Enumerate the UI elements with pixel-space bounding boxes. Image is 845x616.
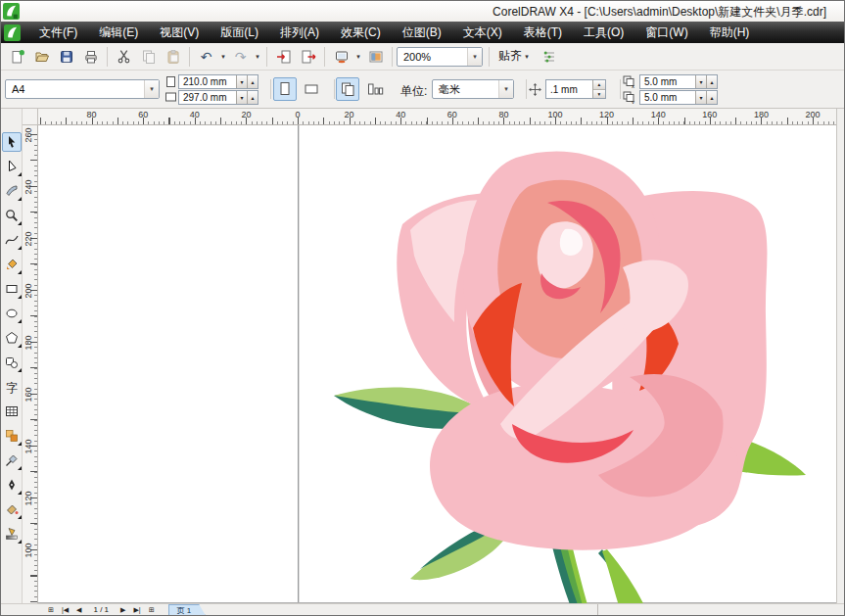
save-floppy-icon — [59, 49, 74, 65]
tool-text[interactable]: 字 — [2, 377, 22, 397]
spin-up-icon[interactable]: ▴ — [247, 75, 258, 88]
save-button[interactable] — [54, 46, 78, 68]
application-launcher-button[interactable] — [329, 46, 353, 68]
tool-rectangle[interactable] — [2, 279, 22, 299]
paper-size-combo[interactable]: A4 ▾ — [5, 79, 160, 99]
tool-pick[interactable] — [2, 132, 22, 152]
menu-item-tools[interactable]: 工具(O) — [573, 22, 634, 43]
ruler-v-label: 140 — [20, 439, 37, 454]
add-page-icon[interactable]: ⊞ — [44, 604, 58, 615]
spin-down-icon[interactable]: ▾ — [695, 91, 706, 104]
undo-dropdown[interactable]: ▾ — [218, 53, 228, 61]
paper-height-icon — [164, 91, 177, 103]
duplicate-x-field[interactable]: 5.0 mm ▾▴ — [639, 74, 718, 89]
undo-icon: ↶ — [201, 50, 212, 64]
landscape-orientation-button[interactable] — [300, 77, 323, 101]
undo-button[interactable]: ↶ — [194, 46, 218, 68]
right-sepal[interactable] — [602, 549, 647, 603]
last-page-button[interactable]: ▶| — [129, 604, 144, 615]
paper-width-field[interactable]: 210.0 mm ▾▴ — [178, 74, 258, 89]
menu-item-window[interactable]: 窗口(W) — [634, 22, 698, 43]
tool-ellipse[interactable] — [2, 304, 22, 323]
previous-page-button[interactable]: ◀ — [72, 604, 85, 615]
tool-freehand[interactable] — [2, 230, 22, 250]
tool-table[interactable] — [2, 402, 22, 421]
tool-outline[interactable] — [2, 475, 22, 495]
tool-basic-shapes[interactable] — [2, 353, 22, 372]
paper-height-field[interactable]: 297.0 mm ▾▴ — [178, 90, 258, 105]
portrait-orientation-button[interactable] — [273, 77, 297, 101]
duplicate-y-field[interactable]: 5.0 mm ▾▴ — [639, 90, 718, 105]
cut-button[interactable] — [112, 46, 136, 68]
menu-item-table[interactable]: 表格(T) — [513, 22, 573, 43]
add-page-icon[interactable]: ⊞ — [145, 604, 159, 615]
snap-to-button[interactable]: 贴齐 ▾ — [493, 46, 537, 68]
tool-fill[interactable] — [2, 499, 22, 519]
copy-button[interactable] — [136, 46, 161, 68]
print-button[interactable] — [78, 46, 103, 68]
redo-button[interactable]: ↷ — [228, 46, 253, 68]
ruler-horizontal[interactable]: 80604020020406080100120140160180200 — [38, 109, 836, 125]
ruler-v-label: 120 — [20, 491, 37, 506]
spin-down-icon[interactable]: ▾ — [593, 90, 605, 99]
spin-up-icon[interactable]: ▴ — [706, 75, 717, 88]
first-page-button[interactable]: |◀ — [58, 604, 72, 615]
welcome-screen-button[interactable] — [363, 46, 388, 68]
ruler-origin-box[interactable] — [23, 109, 38, 125]
menu-item-effects[interactable]: 效果(C) — [330, 22, 392, 43]
tool-smart-fill[interactable] — [2, 255, 22, 274]
menu-item-view[interactable]: 视图(V) — [149, 22, 210, 43]
menu-item-layout[interactable]: 版面(L) — [210, 22, 269, 43]
toolbar-separator — [107, 47, 108, 67]
current-page-button[interactable] — [363, 77, 387, 101]
tool-zoom[interactable] — [2, 206, 22, 225]
new-button[interactable] — [5, 46, 29, 68]
spin-up-icon[interactable]: ▴ — [706, 91, 717, 104]
menu-item-file[interactable]: 文件(F) — [28, 22, 88, 43]
ruler-h-label: 20 — [241, 110, 251, 119]
ruler-vertical[interactable]: 260240220200180160140120100 — [23, 125, 38, 603]
paste-button[interactable] — [161, 46, 185, 68]
spin-down-icon[interactable]: ▾ — [695, 75, 706, 88]
menu-item-edit[interactable]: 编辑(E) — [88, 22, 149, 43]
spin-down-icon[interactable]: ▾ — [236, 91, 247, 104]
title-bar: CorelDRAW X4 - [C:\Users\admin\Desktop\新… — [1, 1, 844, 22]
menu-item-text[interactable]: 文本(X) — [452, 22, 513, 43]
print-icon — [83, 49, 99, 65]
menu-item-bitmaps[interactable]: 位图(B) — [392, 22, 452, 43]
launcher-dropdown[interactable]: ▾ — [353, 53, 363, 61]
zoom-level-combo[interactable]: 200% ▾ — [397, 47, 483, 67]
menu-item-arrange[interactable]: 排列(A) — [269, 22, 330, 43]
document-app-icon[interactable] — [4, 24, 21, 41]
tool-polygon[interactable] — [2, 328, 22, 348]
coreldraw-window: CorelDRAW X4 - [C:\Users\admin\Desktop\新… — [0, 0, 845, 616]
tool-crop[interactable] — [2, 181, 22, 201]
spin-down-icon[interactable]: ▾ — [236, 75, 247, 88]
snap-options-button[interactable] — [537, 46, 561, 68]
stacked-pages-icon — [339, 80, 356, 98]
page-tab-1[interactable]: 页 1 — [168, 604, 207, 615]
spin-up-icon[interactable]: ▴ — [247, 91, 258, 104]
tool-interactive-fill[interactable] — [2, 524, 22, 544]
tool-shape[interactable] — [2, 157, 22, 176]
export-button[interactable] — [296, 46, 320, 68]
flyout-arrow — [18, 466, 22, 470]
redo-dropdown[interactable]: ▾ — [253, 53, 262, 61]
nudge-offset-field[interactable]: .1 mm ▴▾ — [545, 79, 606, 99]
next-page-button[interactable]: ▶ — [117, 604, 129, 615]
all-pages-button[interactable] — [336, 77, 359, 101]
import-button[interactable] — [271, 46, 296, 68]
rose-artwork[interactable] — [324, 130, 836, 603]
open-button[interactable] — [29, 46, 54, 68]
menu-item-help[interactable]: 帮助(H) — [699, 22, 761, 43]
drawing-canvas[interactable] — [38, 125, 836, 603]
right-scrollbar-sliver[interactable] — [836, 109, 844, 604]
import-icon — [276, 49, 292, 65]
units-combo[interactable]: 毫米 ▾ — [432, 79, 514, 99]
tool-interactive-blend[interactable] — [2, 426, 22, 446]
spin-up-icon[interactable]: ▴ — [593, 80, 605, 90]
ruler-v-label: 240 — [20, 179, 37, 195]
tool-eyedropper[interactable] — [2, 450, 22, 470]
ruler-h-label: 80 — [498, 110, 508, 119]
flyout-arrow — [18, 197, 22, 201]
